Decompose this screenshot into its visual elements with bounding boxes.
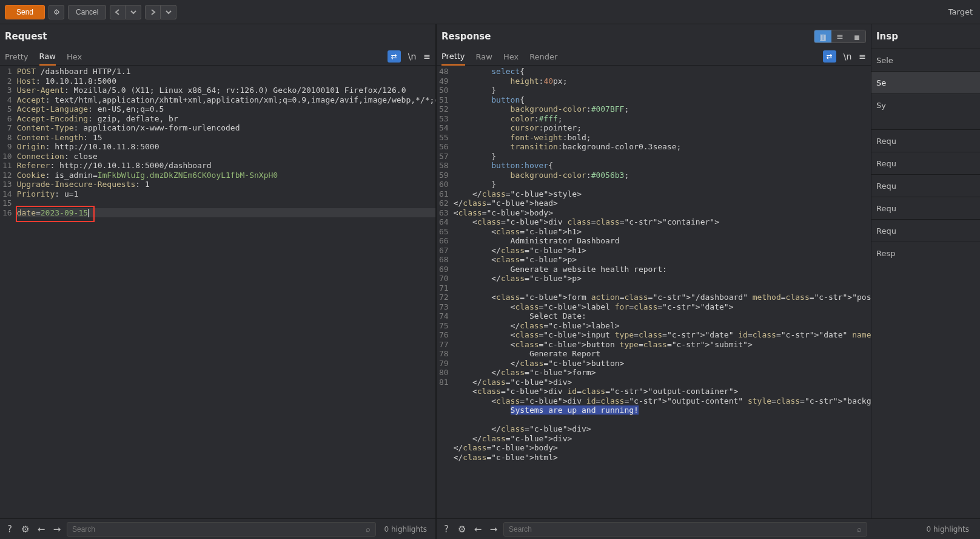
request-editor[interactable]: 12345678910111213141516 POST /dashboard … <box>0 66 435 518</box>
request-gutter: 12345678910111213141516 <box>0 66 16 518</box>
hamburger-icon[interactable]: ≡ <box>859 52 866 61</box>
inspector-list: SeleSeSyRequRequRequRequRequResp <box>871 49 980 264</box>
tab-hex[interactable]: Hex <box>67 52 82 65</box>
response-search: ⌕ <box>503 522 867 537</box>
response-gutter: 4849505152535455565758596061626364656667… <box>437 66 452 518</box>
history-back-split <box>110 5 141 19</box>
response-highlight-count: 0 highlights <box>922 525 974 534</box>
inspector-item[interactable]: Requ <box>871 197 980 219</box>
send-button[interactable]: Send <box>5 5 45 19</box>
request-header: Request <box>0 24 435 49</box>
history-fwd-menu[interactable] <box>161 5 176 19</box>
history-fwd-split <box>145 5 176 19</box>
swap-icon[interactable]: ⇄ <box>823 50 836 63</box>
response-header: Response <box>437 24 871 49</box>
request-title: Request <box>5 31 47 42</box>
tab-pretty-resp[interactable]: Pretty <box>441 52 465 66</box>
layout-single[interactable] <box>848 30 865 42</box>
tab-raw[interactable]: Raw <box>39 52 56 66</box>
gear-icon[interactable]: ⚙ <box>19 524 32 535</box>
rows-icon <box>836 32 844 41</box>
main-split: Request Pretty Raw Hex ⇄ \n ≡ 1234567891… <box>0 24 980 518</box>
search-prev-button[interactable]: ← <box>35 524 47 535</box>
chevron-right-icon <box>150 9 156 15</box>
response-panel: Response Pretty Raw Hex Render ⇄ \n ≡ 48… <box>437 24 871 518</box>
layout-toggle <box>814 30 866 43</box>
tab-raw-resp[interactable]: Raw <box>476 52 492 65</box>
response-editor[interactable]: 4849505152535455565758596061626364656667… <box>437 66 871 518</box>
request-tabs: Pretty Raw Hex ⇄ \n ≡ <box>0 49 435 66</box>
inspector-item[interactable]: Se <box>871 71 980 93</box>
swap-icon[interactable]: ⇄ <box>388 50 401 63</box>
cancel-button[interactable]: Cancel <box>68 5 106 19</box>
search-prev-button[interactable]: ← <box>472 524 484 535</box>
tab-pretty[interactable]: Pretty <box>5 52 29 65</box>
inspector-item[interactable]: Resp <box>871 242 980 264</box>
request-code[interactable]: POST /dashboard HTTP/1.1Host: 10.10.11.8… <box>16 66 435 518</box>
target-label: Target <box>948 7 975 16</box>
columns-icon <box>819 32 826 41</box>
inspector-panel: Insp SeleSeSyRequRequRequRequRequResp <box>871 24 980 518</box>
newline-toggle[interactable]: \n <box>844 52 852 61</box>
inspector-item[interactable]: Requ <box>871 152 980 174</box>
inspector-item[interactable]: Requ <box>871 129 980 152</box>
hamburger-icon[interactable]: ≡ <box>423 52 431 61</box>
inspector-title: Insp <box>871 24 980 49</box>
request-search: ⌕ <box>67 522 376 537</box>
footer-left: ? ⚙ ← → ⌕ 0 highlights <box>0 519 437 539</box>
settings-button[interactable]: ⚙ <box>49 5 64 19</box>
history-back-button[interactable] <box>110 5 126 19</box>
request-tab-actions: ⇄ \n ≡ <box>388 50 431 65</box>
inspector-item[interactable]: Requ <box>871 174 980 197</box>
response-search-input[interactable] <box>504 525 852 534</box>
help-icon[interactable]: ? <box>4 524 16 535</box>
tab-render-resp[interactable]: Render <box>529 52 557 65</box>
newline-toggle[interactable]: \n <box>408 52 417 61</box>
footer-right: ? ⚙ ← → ⌕ <box>437 519 871 539</box>
inspector-item[interactable]: Sele <box>871 49 980 71</box>
response-code[interactable]: select{ height:40px; } button{ backgroun… <box>452 66 871 518</box>
history-back-menu[interactable] <box>126 5 141 19</box>
search-icon[interactable]: ⌕ <box>361 524 375 534</box>
request-highlight-count: 0 highlights <box>380 525 432 534</box>
history-fwd-button[interactable] <box>145 5 161 19</box>
gear-icon: ⚙ <box>53 8 60 16</box>
gear-icon[interactable]: ⚙ <box>456 524 468 535</box>
layout-columns[interactable] <box>814 30 831 42</box>
chevron-down-icon <box>130 9 136 15</box>
tab-hex-resp[interactable]: Hex <box>503 52 519 65</box>
help-icon[interactable]: ? <box>440 524 452 535</box>
single-icon <box>854 32 859 41</box>
footer-inspector: 0 highlights <box>871 519 980 539</box>
request-search-input[interactable] <box>67 525 361 534</box>
response-tabs: Pretty Raw Hex Render ⇄ \n ≡ <box>437 49 871 66</box>
top-toolbar: Send ⚙ Cancel Target <box>0 0 980 24</box>
search-next-button[interactable]: → <box>51 524 63 535</box>
response-title: Response <box>441 31 491 42</box>
search-icon[interactable]: ⌕ <box>852 524 867 534</box>
chevron-left-icon <box>115 9 121 15</box>
layout-rows[interactable] <box>831 30 848 42</box>
response-tab-actions: ⇄ \n ≡ <box>823 50 866 65</box>
footer-bar: ? ⚙ ← → ⌕ 0 highlights ? ⚙ ← → ⌕ 0 highl… <box>0 518 980 539</box>
chevron-down-icon <box>166 9 172 15</box>
inspector-item[interactable]: Requ <box>871 219 980 242</box>
inspector-item[interactable]: Sy <box>871 93 980 116</box>
search-next-button[interactable]: → <box>488 524 500 535</box>
request-panel: Request Pretty Raw Hex ⇄ \n ≡ 1234567891… <box>0 24 437 518</box>
